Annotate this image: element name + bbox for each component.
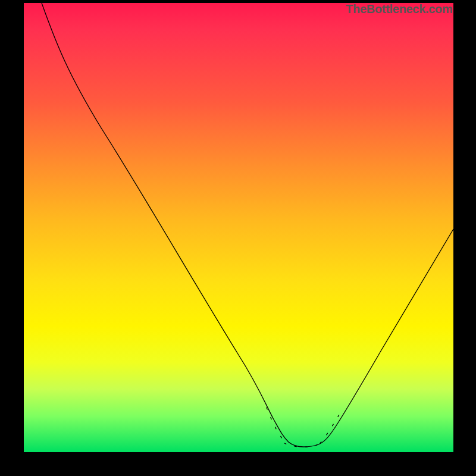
dotted-left <box>267 408 283 439</box>
chart-frame: TheBottleneck.com <box>0 0 476 476</box>
curve-path <box>42 3 453 447</box>
bottleneck-curve <box>24 3 453 452</box>
watermark-text: TheBottleneck.com <box>346 2 453 16</box>
plot-area <box>24 3 453 452</box>
dotted-right <box>320 415 339 443</box>
